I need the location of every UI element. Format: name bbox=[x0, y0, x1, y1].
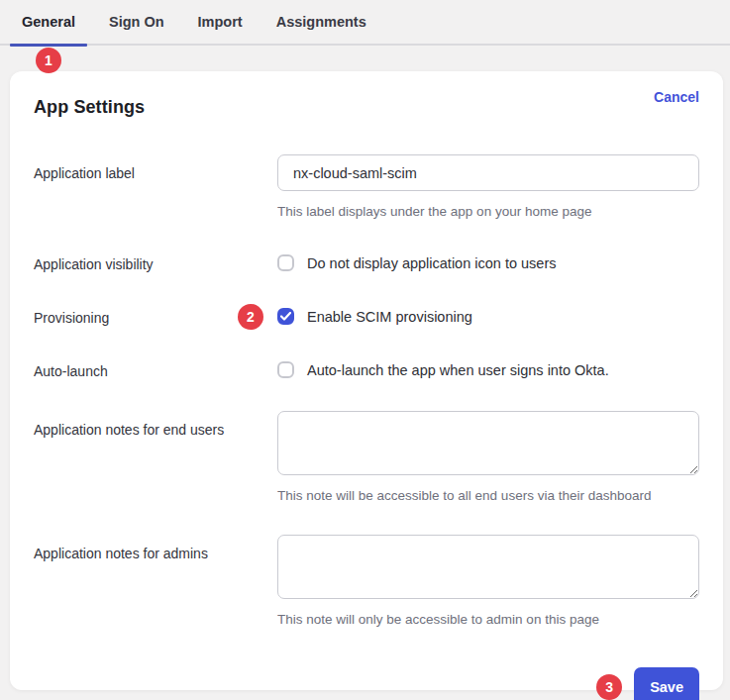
notes-admins-textarea[interactable] bbox=[277, 535, 699, 599]
application-visibility-row: Application visibility Do not display ap… bbox=[34, 254, 699, 274]
notes-admins-row: Application notes for admins This note w… bbox=[34, 535, 699, 629]
application-visibility-option-label: Do not display application icon to users bbox=[307, 255, 556, 271]
auto-launch-option-label: Auto-launch the app when user signs into… bbox=[307, 362, 609, 378]
annotation-step-2-badge: 2 bbox=[238, 304, 263, 330]
panel-footer: 3 Save bbox=[34, 667, 699, 700]
app-tab-bar: General Sign On Import Assignments bbox=[0, 0, 730, 46]
application-label-row: Application label This label displays un… bbox=[34, 154, 699, 221]
application-label-input[interactable] bbox=[277, 154, 699, 191]
cancel-link[interactable]: Cancel bbox=[654, 89, 699, 105]
checkmark-icon bbox=[280, 312, 291, 321]
annotation-step-3-badge: 3 bbox=[596, 674, 622, 700]
page-title: App Settings bbox=[34, 97, 145, 118]
application-label-helper: This label displays under the app on you… bbox=[277, 203, 699, 221]
notes-admins-helper: This note will only be accessible to adm… bbox=[277, 611, 699, 629]
auto-launch-label: Auto-launch bbox=[34, 361, 277, 381]
tab-general[interactable]: General bbox=[22, 0, 75, 45]
notes-admins-label: Application notes for admins bbox=[34, 535, 277, 563]
application-visibility-checkbox[interactable] bbox=[277, 254, 294, 271]
notes-end-users-row: Application notes for end users This not… bbox=[34, 411, 699, 505]
provisioning-row: Provisioning 2 Enable SCIM provisioning bbox=[34, 308, 699, 328]
notes-end-users-textarea[interactable] bbox=[277, 411, 699, 475]
application-label-label: Application label bbox=[34, 154, 277, 183]
tab-sign-on[interactable]: Sign On bbox=[109, 0, 164, 45]
annotation-step-1-badge: 1 bbox=[36, 48, 61, 73]
notes-end-users-helper: This note will be accessible to all end … bbox=[277, 487, 699, 505]
app-settings-panel: App Settings Cancel Application label Th… bbox=[10, 71, 723, 690]
enable-scim-provisioning-checkbox[interactable] bbox=[277, 308, 294, 325]
panel-header: App Settings Cancel bbox=[34, 87, 699, 118]
tab-assignments[interactable]: Assignments bbox=[276, 0, 366, 45]
tab-import[interactable]: Import bbox=[198, 0, 243, 45]
application-visibility-label: Application visibility bbox=[34, 254, 277, 274]
auto-launch-row: Auto-launch Auto-launch the app when use… bbox=[34, 361, 699, 381]
notes-end-users-label: Application notes for end users bbox=[34, 411, 277, 440]
provisioning-option-label: Enable SCIM provisioning bbox=[307, 309, 472, 325]
auto-launch-checkbox[interactable] bbox=[277, 361, 294, 378]
save-button[interactable]: Save bbox=[634, 667, 699, 700]
